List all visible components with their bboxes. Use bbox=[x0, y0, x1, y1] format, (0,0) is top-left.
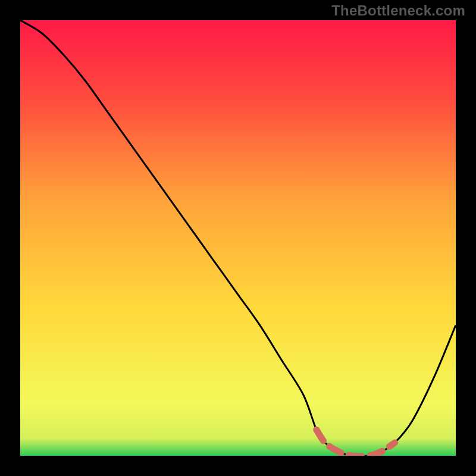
chart-svg bbox=[20, 20, 456, 456]
gradient-background bbox=[20, 20, 456, 456]
plot-area bbox=[20, 20, 456, 456]
watermark-text: TheBottleneck.com bbox=[331, 2, 465, 19]
chart-frame: TheBottleneck.com bbox=[0, 0, 476, 476]
